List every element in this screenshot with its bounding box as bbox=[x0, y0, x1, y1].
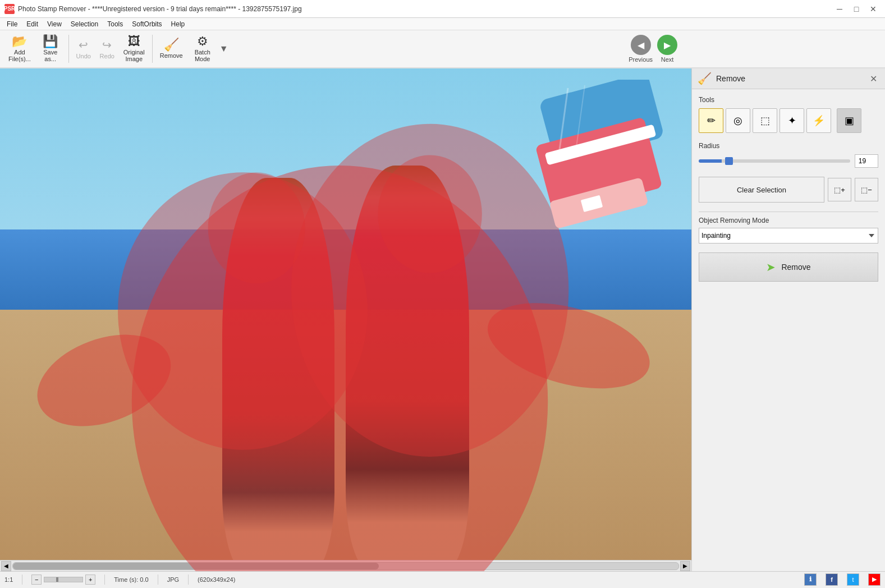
select-all-button[interactable]: ⬚+ bbox=[828, 178, 851, 201]
canvas-area[interactable]: ◀ ▶ bbox=[0, 68, 691, 571]
facebook-button[interactable]: f bbox=[826, 573, 838, 586]
undo-label: Undo bbox=[76, 53, 91, 59]
remove-icon-toolbar: 🧹 bbox=[164, 39, 179, 51]
horizontal-scrollbar[interactable] bbox=[12, 562, 679, 570]
toolbox-body: Tools ✏ ◎ ⬚ ✦ ⚡ ▣ Radius Clear Sel bbox=[692, 89, 885, 571]
zoom-thumb bbox=[56, 577, 58, 582]
clear-selection-label: Clear Selection bbox=[737, 186, 786, 194]
minimize-button[interactable]: ─ bbox=[832, 2, 847, 16]
remove-label-toolbar: Remove bbox=[160, 52, 183, 59]
time-label: Time (s): 0.0 bbox=[114, 576, 148, 583]
section-separator bbox=[699, 212, 878, 212]
remove-action-button[interactable]: ➤ Remove bbox=[699, 252, 878, 282]
original-image-button[interactable]: 🖼 OriginalImage bbox=[120, 32, 149, 66]
zoom-controls: − + bbox=[31, 575, 95, 585]
radius-label: Radius bbox=[699, 142, 878, 150]
menu-view[interactable]: View bbox=[43, 19, 66, 29]
toolbox-title-row: 🧹 Remove bbox=[698, 72, 745, 85]
save-as-label: Saveas... bbox=[43, 49, 57, 62]
status-sep-4 bbox=[188, 575, 189, 585]
menu-bar: File Edit View Selection Tools SoftOrbit… bbox=[0, 18, 885, 30]
mode-label: Object Removing Mode bbox=[699, 217, 878, 224]
app-icon: PSR bbox=[4, 4, 15, 14]
mode-section: Object Removing Mode Inpainting Smart Fi… bbox=[699, 217, 878, 244]
undo-button[interactable]: ↩ Undo bbox=[72, 32, 95, 66]
add-files-icon: 📂 bbox=[12, 35, 27, 48]
status-sep-2 bbox=[104, 575, 105, 585]
scroll-right-button[interactable]: ▶ bbox=[680, 561, 690, 571]
close-button[interactable]: ✕ bbox=[866, 2, 881, 16]
people-area bbox=[69, 144, 622, 571]
tool-stamp-button[interactable]: ▣ bbox=[837, 108, 861, 133]
radius-slider[interactable] bbox=[699, 159, 850, 163]
remove-button-toolbar[interactable]: 🧹 Remove bbox=[156, 32, 187, 66]
nav-area: ◀ Previous ▶ Next bbox=[629, 35, 677, 63]
zoom-level: 1:1 bbox=[4, 576, 13, 583]
previous-label: Previous bbox=[629, 56, 653, 63]
menu-file[interactable]: File bbox=[2, 19, 22, 29]
scroll-area: ◀ ▶ bbox=[0, 560, 691, 571]
tool-smart-brush-button[interactable]: ⚡ bbox=[806, 108, 831, 133]
photo-canvas[interactable] bbox=[0, 68, 691, 571]
status-sep-1 bbox=[22, 575, 22, 585]
previous-button[interactable]: ◀ bbox=[631, 35, 651, 55]
menu-tools[interactable]: Tools bbox=[103, 19, 127, 29]
remove-arrow-icon: ➤ bbox=[766, 260, 776, 274]
redo-label: Redo bbox=[100, 53, 114, 59]
save-as-button[interactable]: 💾 Saveas... bbox=[36, 32, 65, 66]
batch-dropdown-icon[interactable]: ▼ bbox=[219, 44, 228, 54]
person-left bbox=[222, 178, 334, 571]
remove-action-label: Remove bbox=[781, 263, 810, 272]
batch-mode-icon: ⚙ bbox=[197, 35, 208, 48]
status-sep-3 bbox=[158, 575, 158, 585]
menu-edit[interactable]: Edit bbox=[22, 19, 43, 29]
menu-selection[interactable]: Selection bbox=[66, 19, 103, 29]
redo-icon: ↪ bbox=[102, 38, 112, 52]
toolbar-sep-2 bbox=[152, 35, 153, 63]
twitter-button[interactable]: t bbox=[847, 573, 859, 586]
toolbar: 📂 AddFile(s)... 💾 Saveas... ↩ Undo ↪ Red… bbox=[0, 30, 885, 68]
maximize-button[interactable]: □ bbox=[849, 2, 864, 16]
toolbox-title: Remove bbox=[716, 74, 745, 83]
scrollbar-thumb[interactable] bbox=[13, 563, 379, 569]
toolbox-close-button[interactable]: ✕ bbox=[868, 74, 879, 84]
next-group: ▶ Next bbox=[657, 35, 677, 63]
radius-input[interactable] bbox=[855, 154, 878, 168]
youtube-button[interactable]: ▶ bbox=[868, 573, 881, 586]
format-label: JPG bbox=[167, 576, 179, 583]
zoom-in-button[interactable]: + bbox=[85, 575, 95, 585]
original-image-icon: 🖼 bbox=[128, 35, 140, 48]
menu-help[interactable]: Help bbox=[167, 19, 190, 29]
menu-softorbits[interactable]: SoftOrbits bbox=[127, 19, 166, 29]
deselect-button[interactable]: ⬚− bbox=[855, 178, 878, 201]
tool-magic-wand-button[interactable]: ✦ bbox=[779, 108, 804, 133]
person-right bbox=[346, 166, 469, 572]
scroll-left-button[interactable]: ◀ bbox=[1, 561, 11, 571]
batch-mode-label: BatchMode bbox=[195, 49, 210, 62]
undo-icon: ↩ bbox=[79, 38, 88, 52]
tool-pencil-button[interactable]: ✏ bbox=[699, 108, 723, 133]
toolbox-header: 🧹 Remove ✕ bbox=[692, 68, 885, 89]
clear-selection-row: Clear Selection ⬚+ ⬚− bbox=[699, 177, 878, 203]
next-label: Next bbox=[661, 56, 674, 63]
add-files-button[interactable]: 📂 AddFile(s)... bbox=[4, 32, 35, 66]
redo-button[interactable]: ↪ Redo bbox=[96, 32, 118, 66]
next-button[interactable]: ▶ bbox=[657, 35, 677, 55]
zoom-out-button[interactable]: − bbox=[31, 575, 42, 585]
previous-group: ◀ Previous bbox=[629, 35, 653, 63]
tools-section-label: Tools bbox=[699, 96, 878, 104]
tool-eraser-button[interactable]: ◎ bbox=[726, 108, 750, 133]
mode-select[interactable]: Inpainting Smart Fill Texture Synthesis bbox=[699, 228, 878, 244]
title-bar: PSR Photo Stamp Remover - ****Unregister… bbox=[0, 0, 885, 18]
zoom-slider[interactable] bbox=[44, 577, 83, 582]
window-title: Photo Stamp Remover - ****Unregistered v… bbox=[18, 5, 881, 13]
tool-rect-select-button[interactable]: ⬚ bbox=[753, 108, 777, 133]
batch-mode-button[interactable]: ⚙ BatchMode bbox=[188, 32, 217, 66]
toolbox-eraser-icon: 🧹 bbox=[698, 72, 712, 85]
main-layout: ◀ ▶ 🧹 Remove ✕ Tools ✏ ◎ ⬚ ✦ ⚡ bbox=[0, 68, 885, 571]
toolbox-panel: 🧹 Remove ✕ Tools ✏ ◎ ⬚ ✦ ⚡ ▣ Radius bbox=[691, 68, 885, 571]
info-button[interactable]: ℹ bbox=[804, 573, 817, 586]
status-bar: 1:1 − + Time (s): 0.0 JPG (620x349x24) ℹ… bbox=[0, 571, 885, 587]
toolbar-sep-1 bbox=[68, 35, 69, 63]
clear-selection-button[interactable]: Clear Selection bbox=[699, 177, 824, 203]
